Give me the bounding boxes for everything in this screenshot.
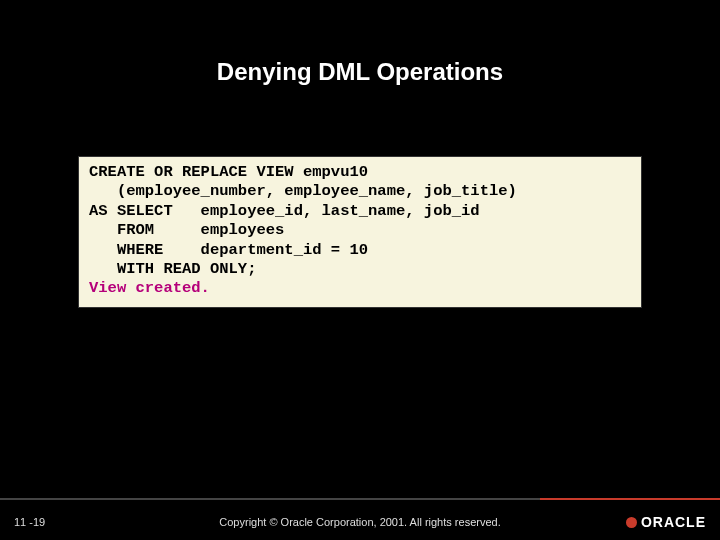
code-line: CREATE OR REPLACE VIEW empvu10 [89, 163, 631, 182]
code-line: FROM employees [89, 221, 631, 240]
oracle-brand-text: ORACLE [641, 514, 706, 530]
code-line: WHERE department_id = 10 [89, 241, 631, 260]
oracle-dot-icon [626, 517, 637, 528]
code-line: WITH READ ONLY; [89, 260, 631, 279]
code-line: (employee_number, employee_name, job_tit… [89, 182, 631, 201]
slide-title: Denying DML Operations [0, 0, 720, 96]
code-line: AS SELECT employee_id, last_name, job_id [89, 202, 631, 221]
footer-divider [0, 498, 720, 500]
slide-footer: 11 -19 Copyright © Oracle Corporation, 2… [0, 498, 720, 540]
sql-code-block: CREATE OR REPLACE VIEW empvu10 (employee… [78, 156, 642, 308]
oracle-logo: ORACLE [626, 514, 706, 530]
copyright-text: Copyright © Oracle Corporation, 2001. Al… [0, 516, 720, 528]
code-result: View created. [89, 279, 631, 298]
